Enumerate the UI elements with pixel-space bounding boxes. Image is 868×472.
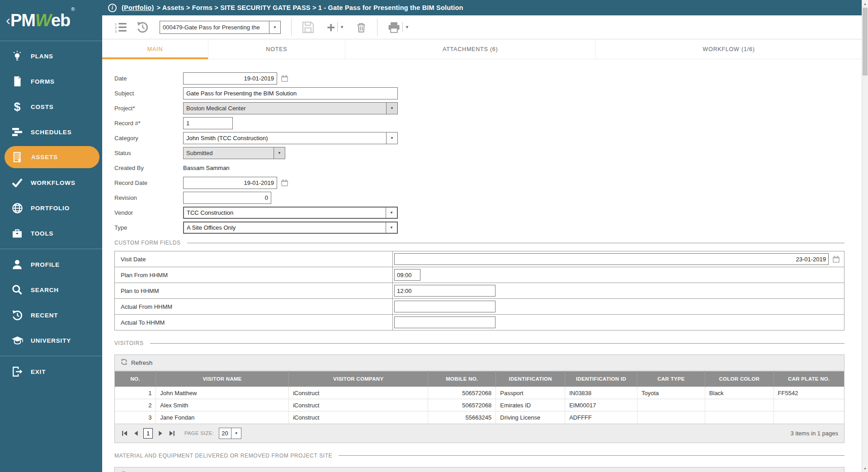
cell-color: Black [705,387,774,399]
save-icon[interactable] [302,21,314,33]
scroll-down-icon[interactable]: ▼ [862,465,868,472]
sidebar-item-university[interactable]: UNIVERSITY [0,328,102,353]
category-dropdown[interactable]: John Smith (TCC Construction) ▼ [183,132,398,144]
current-page-box[interactable]: 1 [143,428,153,439]
visitor-row[interactable]: 3 Jane Fondan iConstruct 55663245 Drivin… [115,411,844,424]
date-input[interactable] [183,72,277,85]
type-dropdown[interactable]: A Site Offices Only ▼ [183,222,398,234]
breadcrumb-tail: > Assets > Forms > SITE SECURITY GATE PA… [156,4,463,11]
sidebar-item-recent[interactable]: RECENT [0,302,102,328]
plan-to-input[interactable] [394,285,495,297]
scrollbar-thumb[interactable] [863,8,868,76]
chevron-down-icon[interactable]: ▼ [386,208,397,218]
record-date-input[interactable] [183,177,277,189]
chevron-down-icon[interactable]: ▼ [386,222,397,233]
add-record-button[interactable]: + ▼ [327,20,344,34]
previous-page-icon[interactable] [131,429,140,438]
field-row-revision: Revision [114,190,844,205]
chevron-down-icon[interactable]: ▼ [269,21,280,33]
sidebar-item-exit[interactable]: EXIT [0,359,102,384]
actual-from-input[interactable] [394,301,495,312]
record-no-input[interactable] [183,117,233,129]
cell-no: 1 [115,387,156,399]
custom-field-row: Plan to HHMM [115,283,844,299]
col-color[interactable]: COLOR COLOR [705,371,774,387]
refresh-label: Refresh [131,359,152,366]
breadcrumb-portfolio-link[interactable]: (Portfolio) [122,4,154,11]
calendar-icon[interactable] [281,75,288,82]
last-page-icon[interactable] [167,429,176,438]
visitor-row[interactable]: 2 Alex Smith iConstruct 506572068 Emirat… [115,399,844,411]
cell-identification-id: EIM00017 [565,399,637,411]
sidebar-item-forms[interactable]: FORMS [0,69,102,94]
refresh-button[interactable]: Refresh [115,467,844,472]
main-tab-content: Date Subject Project* Boston Medical Cen… [102,60,862,472]
tab-notes[interactable]: NOTES [208,39,345,59]
history-icon[interactable] [137,21,149,33]
project-dropdown[interactable]: Boston Medical Center ▼ [183,102,398,114]
calendar-icon[interactable] [281,179,288,187]
actual-to-input[interactable] [394,316,495,328]
sidebar-item-costs[interactable]: $ COSTS [0,94,102,119]
info-icon[interactable]: i [108,4,117,12]
status-dropdown[interactable]: Submitted ▼ [183,147,285,159]
sidebar-item-profile[interactable]: PROFILE [0,252,102,277]
sidebar-item-portfolio[interactable]: PORTFOLIO [0,195,102,221]
logo-w: W [35,11,51,30]
cell-visitor-company: iConstruct [288,411,428,424]
cell-visitor-name: Alex Smith [156,399,289,411]
tab-workflow[interactable]: WORKFLOW (1/6) [596,39,862,59]
vendor-dropdown[interactable]: TCC Construction ▼ [183,207,398,219]
next-page-icon[interactable] [156,429,165,438]
toolbar-divider [291,19,292,36]
visitor-row[interactable]: 1 John Matthew iConstruct 506572068 Pass… [115,387,844,399]
type-label: Type [114,224,183,231]
revision-input[interactable] [183,192,271,204]
refresh-button[interactable]: Refresh [115,355,844,371]
field-row-date: Date [114,71,844,86]
cell-color [705,411,774,424]
sidebar-item-schedules[interactable]: SCHEDULES [0,119,102,145]
col-visitor-company[interactable]: VISITOR COMPANY [288,371,428,387]
col-mobile-no[interactable]: MOBILE NO. [428,371,496,387]
first-page-icon[interactable] [120,429,129,438]
cell-identification: Emirates ID [496,399,565,411]
col-car-type[interactable]: CAR TYPE [637,371,705,387]
delete-icon[interactable] [356,22,367,33]
plan-from-input[interactable] [394,269,420,281]
col-no[interactable]: NO. [115,371,156,387]
sidebar-item-label: EXIT [31,368,46,375]
visitors-section-header: VISITOIRS [114,336,844,350]
sidebar-item-assets[interactable]: ASSETS [5,146,99,168]
sidebar-item-search[interactable]: SEARCH [0,277,102,302]
col-car-plate-no[interactable]: CAR PLATE NO. [774,371,844,387]
subject-input[interactable] [183,87,398,99]
visit-date-input[interactable] [394,253,829,265]
vertical-scrollbar[interactable]: ▲ ▼ [862,0,868,472]
calendar-icon[interactable] [832,255,840,263]
sidebar-item-label: FORMS [31,78,55,85]
tab-main[interactable]: MAIN [102,39,208,59]
history-clock-icon [10,310,24,321]
page-size-dropdown[interactable]: 20 ▼ [219,428,241,439]
record-selector-dropdown[interactable]: 000479-Gate Pass for Presenting the ▼ [160,21,281,34]
print-button[interactable]: ▼ [388,22,409,33]
plus-icon: + [327,20,335,34]
col-identification-id[interactable]: IDENTIFICATION ID [565,371,637,387]
sidebar-item-tools[interactable]: TOOLS [0,221,102,246]
add-menu-caret-icon[interactable]: ▼ [340,25,344,29]
print-menu-caret-icon[interactable]: ▼ [405,25,409,29]
sidebar-item-label: SEARCH [31,287,59,293]
sidebar-item-workflows[interactable]: WORKFLOWS [0,170,102,195]
numbered-list-icon[interactable]: 123 [114,22,127,33]
tab-attachments[interactable]: ATTACHMENTS (6) [345,39,596,59]
chevron-down-icon[interactable]: ▼ [386,132,397,144]
chevron-down-icon[interactable]: ▼ [231,428,241,439]
sidebar-item-plans[interactable]: PLANS [0,43,102,69]
pmweb-logo[interactable]: ‹PMWeb® [0,0,102,41]
col-visitor-name[interactable]: VISITOR NAME [156,371,289,387]
cell-car-type [637,399,705,411]
field-row-category: Category John Smith (TCC Construction) ▼ [114,131,844,146]
col-identification[interactable]: IDENTIFICATION [496,371,565,387]
scroll-up-icon[interactable]: ▲ [862,0,868,7]
